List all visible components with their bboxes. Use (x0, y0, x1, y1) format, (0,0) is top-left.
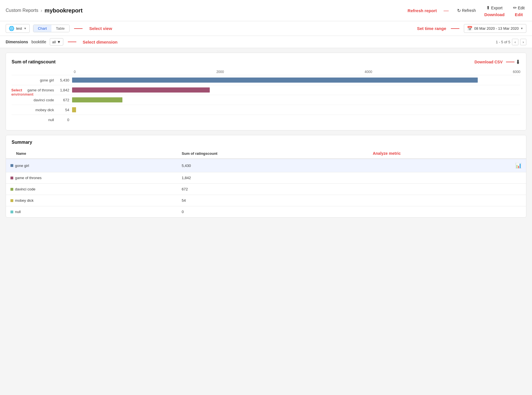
summary-value-cell: 5,430 (177, 159, 368, 172)
th-metric: Sum of ratingscount (177, 148, 368, 159)
chart-row: gone girl 5,430 (12, 75, 520, 85)
breadcrumb-separator: › (41, 8, 42, 14)
chart-row-bar-area (72, 97, 520, 103)
chart-row-label: davinci code (12, 98, 57, 102)
row-label: davinci code (15, 187, 35, 191)
chart-row-label: mobey dick (12, 108, 57, 112)
summary-name-cell: davinci code (6, 184, 177, 195)
chart-row: mobey dick 54 (12, 105, 520, 115)
dimension-value: booktitle (31, 40, 46, 44)
row-label: null (15, 210, 21, 214)
chart-row-value: 5,430 (57, 78, 72, 82)
chart-row-label: game of thrones (12, 88, 57, 92)
globe-icon: 🌐 (9, 26, 14, 31)
analyze-cell-empty (368, 195, 526, 206)
summary-value-cell: 54 (177, 195, 368, 206)
refresh-icon: ↻ (457, 8, 461, 13)
tab-table[interactable]: Table (51, 25, 69, 32)
analyze-cell-empty (368, 206, 526, 218)
name-with-color: mobey dick (10, 198, 173, 203)
summary-name-cell: game of thrones (6, 172, 177, 184)
calendar-icon: 📅 (467, 26, 473, 31)
breadcrumb: Custom Reports › mybookreport (6, 7, 408, 14)
time-range-selector[interactable]: 📅 08 Mar 2020 - 13 Mar 2020 ▼ (464, 24, 526, 33)
refresh-label: Refresh (462, 8, 476, 13)
edit-annotation: Edit (515, 12, 523, 17)
breadcrumb-current: mybookreport (45, 7, 83, 14)
summary-value-cell: 1,842 (177, 172, 368, 184)
chart-row-value: 0 (57, 118, 72, 122)
arrow-icon: — (444, 8, 449, 14)
dimensions-bar: Dimensions booktitle all ▼ Select dimens… (0, 36, 532, 48)
chart-row: davinci code 672 (12, 95, 520, 105)
axis-6000: 6000 (513, 70, 520, 74)
export-label: Export (491, 6, 502, 10)
dimensions-label: Dimensions (6, 40, 28, 44)
row-label: mobey dick (15, 198, 34, 203)
filter-caret-icon: ▼ (57, 40, 61, 44)
page-next-button[interactable]: › (520, 39, 526, 45)
color-swatch (10, 199, 13, 202)
export-icon: ⬆ (486, 5, 490, 10)
analyze-cell-empty (368, 172, 526, 184)
download-annotation: Download (484, 12, 505, 17)
download-csv-button[interactable]: ⬇ (516, 59, 520, 65)
filter-value: all (52, 40, 56, 44)
chart-row-bar-area (72, 107, 520, 113)
color-swatch (10, 177, 13, 179)
download-csv-arrow (506, 62, 514, 62)
analyze-metric-annotation: Analyze metric (373, 151, 401, 156)
summary-name-cell: mobey dick (6, 195, 177, 206)
export-download-group: ⬆ Export Download (484, 4, 505, 17)
color-swatch (10, 188, 13, 191)
refresh-button[interactable]: ↻ Refresh (455, 7, 477, 14)
name-with-color: null (10, 210, 173, 214)
toolbar: 🌐 test ▼ Chart Table Select view Set tim… (0, 21, 532, 36)
main-content: Sum of ratingscount Download CSV ⬇ 0 200… (0, 48, 532, 222)
chart-row-bar-area (72, 77, 520, 83)
pagination: 1 - 5 of 5 ‹ › (496, 39, 526, 45)
breadcrumb-parent: Custom Reports (6, 8, 38, 13)
chart-bar (72, 97, 122, 102)
chart-row-label: gone girl (12, 78, 57, 82)
summary-table: Name Sum of ratingscount Analyze metric … (6, 148, 526, 217)
set-time-range-annotation: Set time range (417, 26, 446, 31)
header-actions: Refresh report — ↻ Refresh ⬆ Export Down… (408, 4, 526, 17)
axis-2000: 2000 (216, 70, 224, 74)
chart-bar (72, 107, 76, 112)
env-caret-icon: ▼ (24, 27, 27, 30)
time-caret-icon: ▼ (520, 27, 523, 30)
summary-card: Summary Name Sum of ratingscount Analyze… (6, 135, 526, 218)
edit-button[interactable]: ✏ Edit (511, 4, 526, 12)
chart-row-value: 54 (57, 108, 72, 112)
name-with-color: game of thrones (10, 176, 173, 180)
export-button[interactable]: ⬆ Export (485, 4, 504, 12)
chart-row: null 0 (12, 115, 520, 124)
env-name: test (16, 26, 22, 31)
analyze-cell-empty (368, 184, 526, 195)
download-csv-annotation: Download CSV (474, 60, 503, 64)
page-prev-button[interactable]: ‹ (512, 39, 518, 45)
tab-chart[interactable]: Chart (33, 25, 51, 32)
dimension-filter[interactable]: all ▼ (50, 38, 64, 46)
th-name: Name (6, 148, 177, 159)
table-row: null 0 (6, 206, 526, 218)
chart-bar (72, 78, 478, 83)
chart-row-value: 1,842 (57, 88, 72, 92)
color-swatch (10, 164, 13, 167)
chart-row: game of thrones 1,842 (12, 85, 520, 95)
environment-selector[interactable]: 🌐 test ▼ (6, 24, 30, 33)
name-with-color: davinci code (10, 187, 173, 191)
summary-header: Summary (6, 135, 526, 145)
select-dim-arrow (68, 42, 76, 42)
chart-card-header: Sum of ratingscount Download CSV ⬇ (12, 59, 520, 65)
select-dimension-annotation: Select dimension (83, 40, 117, 44)
analyze-icon[interactable]: 📊 (515, 163, 522, 168)
chart-area: 0 2000 4000 6000 gone girl 5,430 game of… (12, 70, 520, 124)
summary-name-cell: gone girl (6, 159, 177, 172)
summary-value-cell: 0 (177, 206, 368, 218)
axis-4000: 4000 (365, 70, 372, 74)
chart-bar (72, 87, 210, 93)
row-label: gone girl (15, 164, 29, 168)
chart-title: Sum of ratingscount (12, 59, 474, 65)
